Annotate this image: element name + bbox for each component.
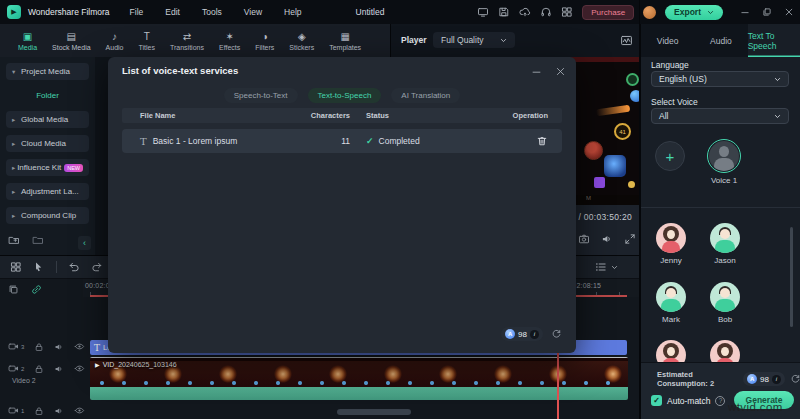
add-voice-button[interactable]: + <box>655 141 685 171</box>
lock-icon[interactable] <box>34 406 44 416</box>
sidebar-item-global-media[interactable]: ▸Global Media <box>6 111 89 128</box>
refresh-icon[interactable] <box>790 374 800 385</box>
menu-help[interactable]: Help <box>284 7 301 17</box>
ribbon-tab-filters[interactable]: ◑Filters <box>249 24 280 57</box>
menu-edit[interactable]: Edit <box>165 7 180 17</box>
ribbon-tab-media[interactable]: ▣Media <box>12 24 43 57</box>
save-icon[interactable] <box>498 6 510 18</box>
dialog-close-button[interactable] <box>555 66 566 77</box>
scopes-icon[interactable] <box>620 34 633 47</box>
tab-text-to-speech[interactable]: Text-to-Speech <box>308 88 382 103</box>
close-button[interactable] <box>784 7 794 17</box>
track-header-2: 2 <box>0 363 83 374</box>
help-icon[interactable]: ? <box>715 396 725 406</box>
tab-video[interactable]: Video <box>641 24 694 57</box>
volume-icon[interactable] <box>601 233 613 245</box>
undo-icon[interactable] <box>68 261 80 273</box>
apps-grid-icon[interactable] <box>561 6 573 18</box>
new-folder-icon[interactable] <box>8 234 20 246</box>
ribbon-tab-transitions[interactable]: ⇄Transitions <box>164 24 210 57</box>
info-icon: i <box>772 375 781 384</box>
auto-match-checkbox[interactable]: ✓ <box>651 395 662 406</box>
user-avatar[interactable] <box>643 6 656 19</box>
ai-credits-pill[interactable]: A 98 i <box>501 327 543 341</box>
mute-icon[interactable] <box>54 342 64 352</box>
estimated-consumption-label: Estimated Consumption: 2 <box>657 370 738 388</box>
game-hud-gold-badge: 41 <box>614 123 631 140</box>
folder-icon[interactable] <box>32 234 44 246</box>
voice-text-services-dialog: List of voice-text services Speech-to-Te… <box>108 57 576 353</box>
col-operation: Operation <box>492 111 562 120</box>
divider <box>56 261 57 273</box>
app-name: Wondershare Filmora <box>28 7 110 17</box>
lock-icon[interactable] <box>34 364 44 374</box>
voice-mark-avatar[interactable] <box>656 282 686 312</box>
ribbon-tab-effects[interactable]: ✶Effects <box>213 24 246 57</box>
auto-match-label: Auto-match <box>667 396 710 406</box>
dialog-minimize-button[interactable] <box>531 66 542 77</box>
purchase-button[interactable]: Purchase <box>582 5 634 20</box>
language-select[interactable]: English (US) <box>651 71 789 87</box>
sidebar-item-cloud-media[interactable]: ▸Cloud Media <box>6 135 89 152</box>
game-hud-circle-red <box>584 141 603 160</box>
ai-credit-icon: A <box>747 374 757 384</box>
quality-dropdown[interactable]: Full Quality <box>433 32 515 48</box>
link-icon[interactable] <box>31 284 42 295</box>
voice-filter-select[interactable]: All <box>651 108 789 124</box>
display-icon[interactable] <box>477 6 489 18</box>
track-list-icon[interactable] <box>595 261 607 273</box>
sidebar-item-adjustment-layer[interactable]: ▸Adjustment La... <box>6 183 89 200</box>
support-headset-icon[interactable] <box>540 6 552 18</box>
sidebar-item-folder[interactable]: Folder <box>6 87 89 104</box>
redo-icon[interactable] <box>91 261 103 273</box>
mute-icon[interactable] <box>54 406 64 416</box>
custom-voice-avatar[interactable] <box>707 139 741 173</box>
hide-track-icon[interactable] <box>74 363 85 374</box>
tab-ai-translation[interactable]: AI Translation <box>391 88 460 103</box>
sidebar-item-project-media[interactable]: ▾Project Media <box>6 63 89 80</box>
table-row[interactable]: TBasic 1 - Lorem ipsum 11 ✓Completed <box>122 129 562 153</box>
menu-view[interactable]: View <box>244 7 262 17</box>
voice-jason-avatar[interactable] <box>710 223 740 253</box>
col-status: Status <box>350 111 492 120</box>
characters-count: 11 <box>290 136 350 146</box>
delete-icon[interactable] <box>536 135 548 147</box>
ribbon-tab-titles[interactable]: TTitles <box>133 24 161 57</box>
collapse-panel-button[interactable]: ‹ <box>78 236 91 250</box>
export-button[interactable]: Export <box>665 5 723 20</box>
maximize-button[interactable] <box>762 7 772 17</box>
mute-icon[interactable] <box>54 364 64 374</box>
voice-bob-avatar[interactable] <box>710 282 740 312</box>
cloud-upload-icon[interactable] <box>519 6 531 18</box>
stickers-icon: ◈ <box>298 31 306 43</box>
sidebar-item-compound-clip[interactable]: ▸Compound Clip <box>6 207 89 224</box>
ribbon-tab-stickers[interactable]: ◈Stickers <box>283 24 320 57</box>
timeline-horizontal-scrollbar[interactable] <box>337 409 411 415</box>
ribbon-tab-stock-media[interactable]: ▤Stock Media <box>46 24 97 57</box>
video-clip[interactable]: ▶VID_20240625_103146 <box>90 357 628 400</box>
ai-credits-pill[interactable]: A 98 i <box>743 372 785 386</box>
fullscreen-icon[interactable] <box>624 233 636 245</box>
hide-track-icon[interactable] <box>74 405 85 416</box>
menu-file[interactable]: File <box>130 7 144 17</box>
voice-jenny-avatar[interactable] <box>656 223 686 253</box>
refresh-icon[interactable] <box>551 329 562 340</box>
tab-speech-to-text[interactable]: Speech-to-Text <box>224 88 298 103</box>
voices-scrollbar[interactable] <box>790 227 793 327</box>
minimize-button[interactable] <box>740 7 750 17</box>
duplicate-icon[interactable] <box>8 284 19 295</box>
select-tool-icon[interactable] <box>33 261 45 273</box>
text-to-speech-panel: Language English (US) Select Voice All +… <box>640 57 800 419</box>
track-manager-icon[interactable] <box>10 261 22 273</box>
tab-text-to-speech[interactable]: Text To Speech <box>748 24 800 57</box>
tab-audio[interactable]: Audio <box>694 24 747 57</box>
hide-track-icon[interactable] <box>74 341 85 352</box>
snapshot-icon[interactable] <box>578 233 590 245</box>
video-clip-audio-waveform <box>90 387 628 400</box>
sidebar-item-influence-kit[interactable]: ▸Influence KitNEW <box>6 159 89 176</box>
menu-tools[interactable]: Tools <box>202 7 222 17</box>
lock-icon[interactable] <box>34 342 44 352</box>
ribbon-tab-audio[interactable]: ♪Audio <box>100 24 130 57</box>
video-track-icon <box>8 341 19 352</box>
ribbon-tab-templates[interactable]: ▦Templates <box>323 24 367 57</box>
